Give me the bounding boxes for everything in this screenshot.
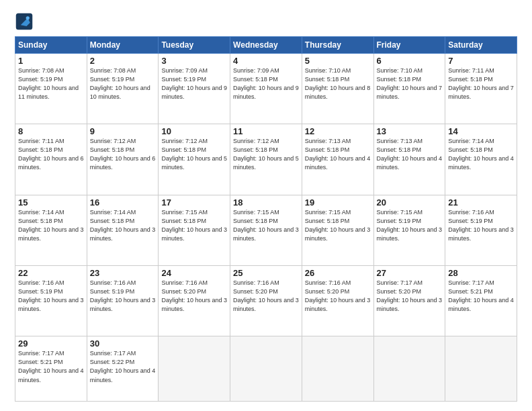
day-number: 26 <box>305 268 371 278</box>
calendar-cell: 3 Sunrise: 7:09 AM Sunset: 5:19 PM Dayli… <box>159 54 230 124</box>
calendar-cell: 18 Sunrise: 7:15 AM Sunset: 5:18 PM Dayl… <box>230 195 302 265</box>
day-info: Sunrise: 7:10 AM Sunset: 5:18 PM Dayligh… <box>377 66 443 101</box>
day-number: 18 <box>233 197 299 208</box>
calendar-cell: 19 Sunrise: 7:15 AM Sunset: 5:18 PM Dayl… <box>302 195 373 265</box>
day-info: Sunrise: 7:10 AM Sunset: 5:18 PM Dayligh… <box>305 66 371 101</box>
logo-icon <box>15 12 34 31</box>
day-number: 16 <box>90 197 156 208</box>
day-number: 4 <box>233 56 299 66</box>
day-info: Sunrise: 7:17 AM Sunset: 5:22 PM Dayligh… <box>90 349 156 384</box>
day-info: Sunrise: 7:08 AM Sunset: 5:19 PM Dayligh… <box>18 66 84 101</box>
day-number: 27 <box>377 268 443 278</box>
day-number: 23 <box>90 268 156 278</box>
calendar-cell: 29 Sunrise: 7:17 AM Sunset: 5:21 PM Dayl… <box>15 336 87 402</box>
day-info: Sunrise: 7:08 AM Sunset: 5:19 PM Dayligh… <box>90 66 156 101</box>
calendar-cell: 15 Sunrise: 7:14 AM Sunset: 5:18 PM Dayl… <box>15 195 87 265</box>
day-number: 12 <box>305 126 371 136</box>
calendar-cell: 10 Sunrise: 7:12 AM Sunset: 5:18 PM Dayl… <box>159 124 230 195</box>
day-number: 24 <box>161 268 227 278</box>
day-info: Sunrise: 7:13 AM Sunset: 5:18 PM Dayligh… <box>377 137 443 172</box>
day-number: 11 <box>233 126 299 136</box>
day-info: Sunrise: 7:11 AM Sunset: 5:18 PM Dayligh… <box>18 137 84 172</box>
calendar-cell <box>159 336 230 402</box>
calendar-week-3: 15 Sunrise: 7:14 AM Sunset: 5:18 PM Dayl… <box>15 195 517 265</box>
day-info: Sunrise: 7:09 AM Sunset: 5:19 PM Dayligh… <box>161 66 227 101</box>
calendar-cell: 25 Sunrise: 7:16 AM Sunset: 5:20 PM Dayl… <box>230 266 302 336</box>
day-number: 8 <box>18 126 84 136</box>
day-number: 25 <box>233 268 299 278</box>
day-number: 30 <box>90 338 156 349</box>
calendar-cell: 7 Sunrise: 7:11 AM Sunset: 5:18 PM Dayli… <box>445 54 517 124</box>
day-info: Sunrise: 7:16 AM Sunset: 5:20 PM Dayligh… <box>305 279 371 314</box>
day-number: 7 <box>448 56 514 66</box>
calendar-header-thursday: Thursday <box>302 37 373 54</box>
calendar-header-wednesday: Wednesday <box>230 37 302 54</box>
calendar-header-friday: Friday <box>373 37 445 54</box>
calendar-week-1: 1 Sunrise: 7:08 AM Sunset: 5:19 PM Dayli… <box>15 54 517 124</box>
calendar-cell <box>302 336 373 402</box>
day-number: 28 <box>448 268 514 278</box>
calendar-cell: 2 Sunrise: 7:08 AM Sunset: 5:19 PM Dayli… <box>87 54 159 124</box>
calendar-header-monday: Monday <box>87 37 159 54</box>
day-info: Sunrise: 7:09 AM Sunset: 5:18 PM Dayligh… <box>233 66 299 101</box>
calendar-header-sunday: Sunday <box>15 37 87 54</box>
day-info: Sunrise: 7:16 AM Sunset: 5:20 PM Dayligh… <box>161 279 227 314</box>
day-number: 1 <box>18 56 84 66</box>
calendar-week-4: 22 Sunrise: 7:16 AM Sunset: 5:19 PM Dayl… <box>15 266 517 336</box>
calendar-cell: 17 Sunrise: 7:15 AM Sunset: 5:18 PM Dayl… <box>159 195 230 265</box>
day-info: Sunrise: 7:16 AM Sunset: 5:19 PM Dayligh… <box>90 279 156 314</box>
day-info: Sunrise: 7:16 AM Sunset: 5:19 PM Dayligh… <box>448 208 514 243</box>
calendar-cell: 11 Sunrise: 7:12 AM Sunset: 5:18 PM Dayl… <box>230 124 302 195</box>
header <box>15 12 517 31</box>
day-number: 22 <box>18 268 84 278</box>
day-number: 19 <box>305 197 371 208</box>
day-number: 17 <box>161 197 227 208</box>
day-info: Sunrise: 7:17 AM Sunset: 5:21 PM Dayligh… <box>448 279 514 314</box>
calendar-cell: 28 Sunrise: 7:17 AM Sunset: 5:21 PM Dayl… <box>445 266 517 336</box>
calendar-cell: 22 Sunrise: 7:16 AM Sunset: 5:19 PM Dayl… <box>15 266 87 336</box>
day-number: 21 <box>448 197 514 208</box>
day-info: Sunrise: 7:12 AM Sunset: 5:18 PM Dayligh… <box>233 137 299 172</box>
calendar-week-2: 8 Sunrise: 7:11 AM Sunset: 5:18 PM Dayli… <box>15 124 517 195</box>
calendar-cell: 16 Sunrise: 7:14 AM Sunset: 5:18 PM Dayl… <box>87 195 159 265</box>
calendar-cell: 30 Sunrise: 7:17 AM Sunset: 5:22 PM Dayl… <box>87 336 159 402</box>
calendar-cell: 21 Sunrise: 7:16 AM Sunset: 5:19 PM Dayl… <box>445 195 517 265</box>
calendar-cell <box>445 336 517 402</box>
calendar-cell: 14 Sunrise: 7:14 AM Sunset: 5:18 PM Dayl… <box>445 124 517 195</box>
day-info: Sunrise: 7:15 AM Sunset: 5:18 PM Dayligh… <box>161 208 227 243</box>
calendar-cell: 8 Sunrise: 7:11 AM Sunset: 5:18 PM Dayli… <box>15 124 87 195</box>
calendar-cell: 6 Sunrise: 7:10 AM Sunset: 5:18 PM Dayli… <box>373 54 445 124</box>
calendar-cell: 26 Sunrise: 7:16 AM Sunset: 5:20 PM Dayl… <box>302 266 373 336</box>
calendar-cell: 1 Sunrise: 7:08 AM Sunset: 5:19 PM Dayli… <box>15 54 87 124</box>
calendar-header-row: SundayMondayTuesdayWednesdayThursdayFrid… <box>15 37 517 54</box>
calendar-week-5: 29 Sunrise: 7:17 AM Sunset: 5:21 PM Dayl… <box>15 336 517 402</box>
day-number: 5 <box>305 56 371 66</box>
calendar-cell: 27 Sunrise: 7:17 AM Sunset: 5:20 PM Dayl… <box>373 266 445 336</box>
logo <box>15 12 36 31</box>
calendar-cell <box>230 336 302 402</box>
day-info: Sunrise: 7:15 AM Sunset: 5:18 PM Dayligh… <box>233 208 299 243</box>
day-number: 15 <box>18 197 84 208</box>
calendar-cell: 20 Sunrise: 7:15 AM Sunset: 5:19 PM Dayl… <box>373 195 445 265</box>
day-info: Sunrise: 7:15 AM Sunset: 5:19 PM Dayligh… <box>377 208 443 243</box>
day-info: Sunrise: 7:13 AM Sunset: 5:18 PM Dayligh… <box>305 137 371 172</box>
calendar-cell <box>373 336 445 402</box>
day-number: 10 <box>161 126 227 136</box>
day-info: Sunrise: 7:11 AM Sunset: 5:18 PM Dayligh… <box>448 66 514 101</box>
day-number: 3 <box>161 56 227 66</box>
calendar-cell: 9 Sunrise: 7:12 AM Sunset: 5:18 PM Dayli… <box>87 124 159 195</box>
day-info: Sunrise: 7:16 AM Sunset: 5:19 PM Dayligh… <box>18 279 84 314</box>
calendar-header-saturday: Saturday <box>445 37 517 54</box>
day-number: 9 <box>90 126 156 136</box>
svg-point-2 <box>26 16 30 19</box>
calendar-cell: 4 Sunrise: 7:09 AM Sunset: 5:18 PM Dayli… <box>230 54 302 124</box>
day-info: Sunrise: 7:15 AM Sunset: 5:18 PM Dayligh… <box>305 208 371 243</box>
calendar-cell: 24 Sunrise: 7:16 AM Sunset: 5:20 PM Dayl… <box>159 266 230 336</box>
calendar-cell: 12 Sunrise: 7:13 AM Sunset: 5:18 PM Dayl… <box>302 124 373 195</box>
day-number: 14 <box>448 126 514 136</box>
day-info: Sunrise: 7:17 AM Sunset: 5:20 PM Dayligh… <box>377 279 443 314</box>
day-number: 29 <box>18 338 84 349</box>
day-info: Sunrise: 7:17 AM Sunset: 5:21 PM Dayligh… <box>18 349 84 384</box>
calendar-cell: 13 Sunrise: 7:13 AM Sunset: 5:18 PM Dayl… <box>373 124 445 195</box>
day-info: Sunrise: 7:16 AM Sunset: 5:20 PM Dayligh… <box>233 279 299 314</box>
